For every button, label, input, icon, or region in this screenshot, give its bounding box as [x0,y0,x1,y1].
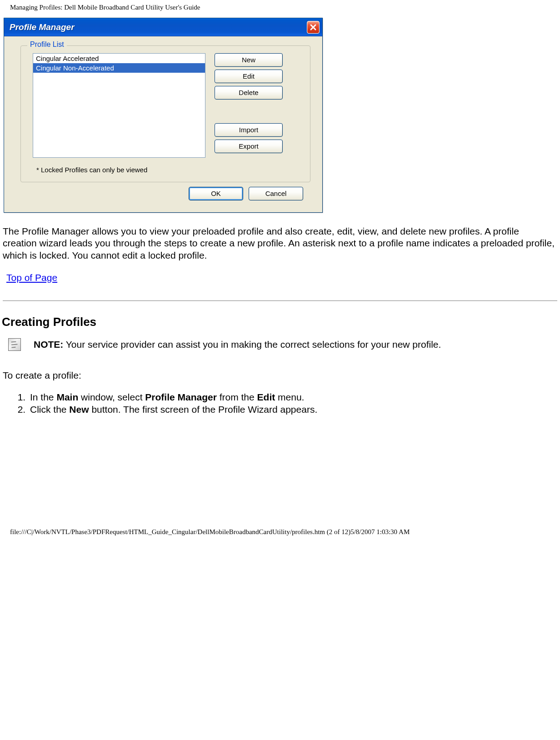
intro-paragraph: The Profile Manager allows you to view y… [3,225,555,261]
note-text: NOTE: Your service provider can assist y… [34,338,441,350]
export-button[interactable]: Export [215,140,283,153]
top-of-page-link[interactable]: Top of Page [6,272,57,283]
section-heading: Creating Profiles [2,315,558,329]
list-item[interactable]: Cingular Non-Accelerated [33,63,205,73]
note-icon [8,338,21,351]
new-button[interactable]: New [215,53,283,67]
delete-button[interactable]: Delete [215,86,283,100]
footer-path: file:///C|/Work/NVTL/Phase3/PDFRequest/H… [2,525,558,540]
ok-button[interactable]: OK [189,187,243,200]
note-block: NOTE: Your service provider can assist y… [8,338,558,351]
cancel-button[interactable]: Cancel [249,187,303,200]
fieldset-legend: Profile List [27,40,67,49]
profile-listbox[interactable]: Cingular Accelerated Cingular Non-Accele… [33,53,205,158]
edit-button[interactable]: Edit [215,70,283,83]
locked-note: * Locked Profiles can only be viewed [33,166,302,174]
steps-intro: To create a profile: [3,370,558,381]
divider [3,300,557,301]
profile-list-group: Profile List Cingular Accelerated Cingul… [20,45,310,182]
step-1: In the Main window, select Profile Manag… [28,391,558,403]
list-item[interactable]: Cingular Accelerated [33,54,205,63]
profile-manager-dialog: Profile Manager Profile List Cingular Ac… [4,18,323,213]
titlebar: Profile Manager [4,18,322,36]
dialog-title: Profile Manager [10,22,75,32]
step-2: Click the New button. The first screen o… [28,403,558,415]
import-button[interactable]: Import [215,123,283,137]
doc-header: Managing Profiles: Dell Mobile Broadband… [2,0,558,18]
steps-list: In the Main window, select Profile Manag… [8,391,558,416]
close-icon[interactable] [307,21,320,34]
